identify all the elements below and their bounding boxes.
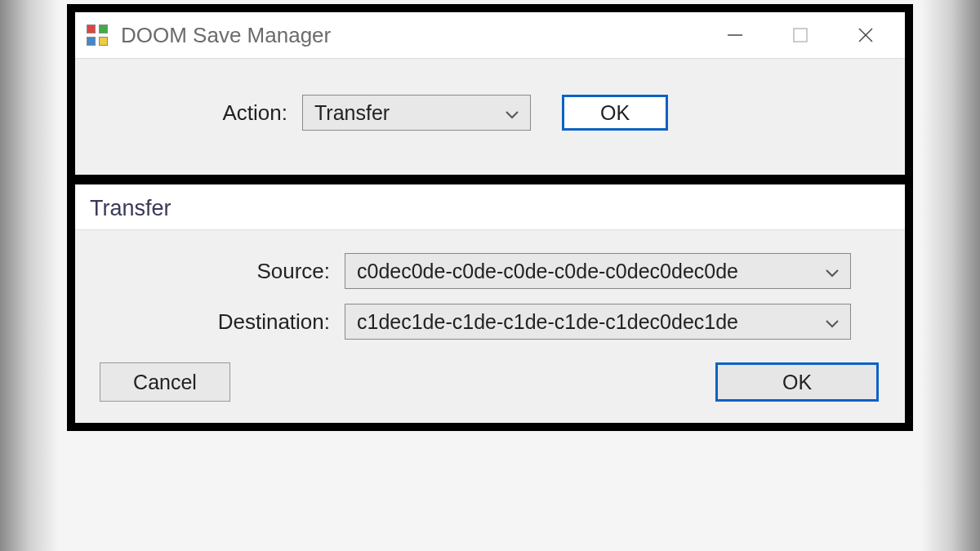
source-selected-value: c0dec0de-c0de-c0de-c0de-c0dec0dec0de: [357, 260, 738, 283]
svg-rect-1: [794, 29, 807, 42]
window-controls: [702, 12, 898, 58]
app-icon: [87, 24, 108, 46]
chevron-down-icon: [824, 260, 840, 283]
source-combobox[interactable]: c0dec0de-c0de-c0de-c0de-c0dec0dec0de: [345, 253, 851, 289]
close-icon: [855, 24, 876, 46]
minimize-icon: [724, 24, 746, 46]
source-row: Source: c0dec0de-c0de-c0de-c0de-c0dec0de…: [100, 253, 880, 289]
destination-combobox[interactable]: c1dec1de-c1de-c1de-c1de-c1dec0dec1de: [345, 304, 851, 340]
maximize-icon: [791, 26, 809, 44]
chevron-down-icon: [504, 101, 520, 125]
destination-label: Destination:: [100, 309, 345, 335]
chevron-down-icon: [824, 310, 840, 334]
action-label: Action:: [100, 100, 287, 126]
cancel-button[interactable]: Cancel: [100, 362, 230, 402]
action-combobox[interactable]: Transfer: [302, 95, 531, 131]
window-divider: [75, 175, 905, 184]
transfer-panel: Transfer Source: c0dec0de-c0de-c0de-c0de…: [75, 184, 905, 423]
source-label: Source:: [100, 259, 345, 284]
action-selected-value: Transfer: [314, 101, 390, 125]
action-ok-button[interactable]: OK: [562, 95, 668, 131]
transfer-ok-button[interactable]: OK: [715, 362, 879, 402]
transfer-panel-header: Transfer: [75, 184, 905, 229]
destination-selected-value: c1dec1de-c1de-c1de-c1de-c1dec0dec1de: [357, 310, 738, 334]
destination-row: Destination: c1dec1de-c1de-c1de-c1de-c1d…: [100, 304, 880, 340]
maximize-button[interactable]: [768, 12, 833, 58]
close-button[interactable]: [833, 12, 898, 58]
titlebar: DOOM Save Manager: [75, 12, 905, 58]
action-panel: Action: Transfer OK: [75, 58, 905, 175]
transfer-panel-body: Source: c0dec0de-c0de-c0de-c0de-c0dec0de…: [75, 229, 905, 423]
transfer-button-row: Cancel OK: [100, 362, 880, 407]
outer-frame: DOOM Save Manager Action: Transfer: [67, 4, 913, 431]
minimize-button[interactable]: [702, 12, 768, 58]
main-window: DOOM Save Manager Action: Transfer: [75, 12, 905, 423]
window-title: DOOM Save Manager: [121, 23, 702, 48]
